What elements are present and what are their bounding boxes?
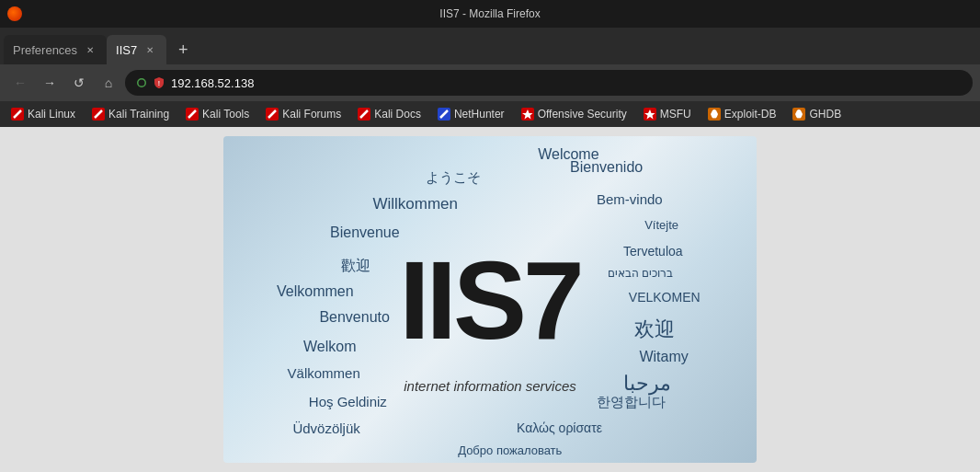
shield-icon: !: [153, 76, 165, 89]
iis-subtitle: internet information services: [404, 378, 576, 394]
kali-tools-icon: [186, 108, 199, 121]
word-cloud-item: ようこそ: [426, 169, 481, 187]
back-button[interactable]: ←: [7, 70, 33, 96]
svg-line-3: [188, 110, 196, 118]
word-cloud-item: 한영합니다: [597, 394, 666, 411]
iis-big-text: IIS7: [399, 236, 580, 363]
connection-icon: [136, 77, 147, 88]
word-cloud-item: 欢迎: [634, 316, 675, 343]
home-button[interactable]: ⌂: [96, 70, 121, 96]
exploit-db-label: Exploit-DB: [724, 108, 777, 121]
svg-line-2: [95, 110, 102, 118]
tab-preferences[interactable]: Preferences ✕: [4, 35, 107, 64]
tab-preferences-close[interactable]: ✕: [83, 42, 97, 57]
reload-button[interactable]: ↺: [66, 70, 92, 96]
msfu-icon: [644, 108, 656, 121]
word-cloud-item: 歡迎: [341, 257, 370, 276]
kali-linux-icon: [11, 108, 24, 121]
word-cloud-item: Välkommen: [288, 365, 360, 381]
word-cloud-item: Tervetuloa: [623, 244, 683, 259]
word-cloud-item: Hoş Geldiniz: [309, 394, 387, 409]
word-cloud-item: Bienvenido: [570, 159, 643, 176]
svg-text:!: !: [158, 80, 160, 86]
bookmark-ghdb[interactable]: GHDB: [785, 106, 849, 122]
address-bar[interactable]: ! 192.168.52.138: [125, 70, 973, 96]
tab-preferences-label: Preferences: [13, 43, 77, 57]
bookmark-nethunter[interactable]: NetHunter: [430, 106, 512, 122]
word-cloud-item: Καλώς ορίσατε: [517, 420, 602, 435]
bookmark-exploit-db[interactable]: Exploit-DB: [701, 106, 784, 122]
tab-iis7-label: IIS7: [116, 43, 137, 57]
bookmark-kali-training[interactable]: Kali Training: [85, 106, 177, 122]
kali-training-label: Kali Training: [108, 108, 169, 121]
titlebar: IIS7 - Mozilla Firefox: [0, 0, 980, 28]
word-cloud-item: Willkommen: [372, 195, 458, 213]
tab-iis7[interactable]: IIS7 ✕: [107, 35, 166, 64]
word-cloud-item: Üdvözöljük: [292, 420, 359, 436]
bookmark-kali-forums[interactable]: Kali Forums: [258, 106, 348, 122]
kali-tools-label: Kali Tools: [202, 108, 249, 121]
bookmarks-bar: Kali LinuxKali TrainingKali ToolsKali Fo…: [0, 101, 980, 127]
bookmark-offensive-security[interactable]: Offensive Security: [514, 106, 634, 122]
kali-forums-label: Kali Forums: [282, 108, 341, 121]
svg-line-4: [268, 110, 276, 118]
word-cloud-item: Benvenuto: [319, 309, 390, 326]
word-cloud-item: VELKOMEN: [629, 290, 701, 305]
word-cloud-item: Добро пожаловать: [458, 443, 562, 457]
word-cloud-item: Velkommen: [277, 283, 354, 300]
navbar: ← → ↺ ⌂ ! 192.168.52.138: [0, 64, 980, 101]
kali-forums-icon: [266, 108, 279, 121]
word-cloud-item: Vítejte: [644, 218, 678, 232]
tabbar: Preferences ✕ IIS7 ✕ +: [0, 28, 980, 64]
new-tab-button[interactable]: +: [170, 37, 196, 63]
bookmark-kali-linux[interactable]: Kali Linux: [4, 106, 83, 122]
word-cloud-item: Welkom: [303, 339, 357, 355]
word-cloud-item: Bienvenue: [330, 224, 400, 241]
offensive-security-icon: [521, 108, 534, 121]
bookmark-kali-tools[interactable]: Kali Tools: [178, 106, 256, 122]
nethunter-label: NetHunter: [454, 108, 505, 121]
word-cloud-item: ברוכים הבאים: [608, 267, 673, 280]
firefox-logo: [7, 6, 22, 21]
word-cloud-item: Witamy: [639, 349, 688, 365]
bookmark-msfu[interactable]: MSFU: [636, 106, 699, 122]
svg-line-1: [14, 110, 21, 118]
word-cloud-item: مرحبا: [623, 372, 671, 396]
forward-button[interactable]: →: [37, 70, 63, 96]
svg-line-5: [360, 110, 368, 118]
word-cloud-item: Welcome: [538, 146, 598, 163]
bookmark-kali-docs[interactable]: Kali Docs: [350, 106, 428, 122]
window-title: IIS7 - Mozilla Firefox: [439, 7, 540, 20]
iis-welcome-image: WelcomeようこそBienvenidoWillkommenBem-vindo…: [223, 136, 757, 463]
offensive-security-label: Offensive Security: [538, 108, 627, 121]
address-text: 192.168.52.138: [171, 76, 254, 90]
word-cloud-item: Bem-vindo: [597, 191, 663, 207]
nethunter-icon: [438, 108, 450, 121]
kali-docs-label: Kali Docs: [374, 108, 421, 121]
kali-linux-label: Kali Linux: [28, 108, 75, 121]
ghdb-label: GHDB: [809, 108, 841, 121]
msfu-label: MSFU: [660, 108, 691, 121]
kali-training-icon: [92, 108, 105, 121]
content-area: WelcomeようこそBienvenidoWillkommenBem-vindo…: [0, 127, 980, 472]
ghdb-icon: [792, 108, 805, 121]
exploit-db-icon: [708, 108, 721, 121]
svg-line-6: [440, 110, 448, 118]
kali-docs-icon: [358, 108, 370, 121]
tab-iis7-close[interactable]: ✕: [142, 42, 157, 57]
